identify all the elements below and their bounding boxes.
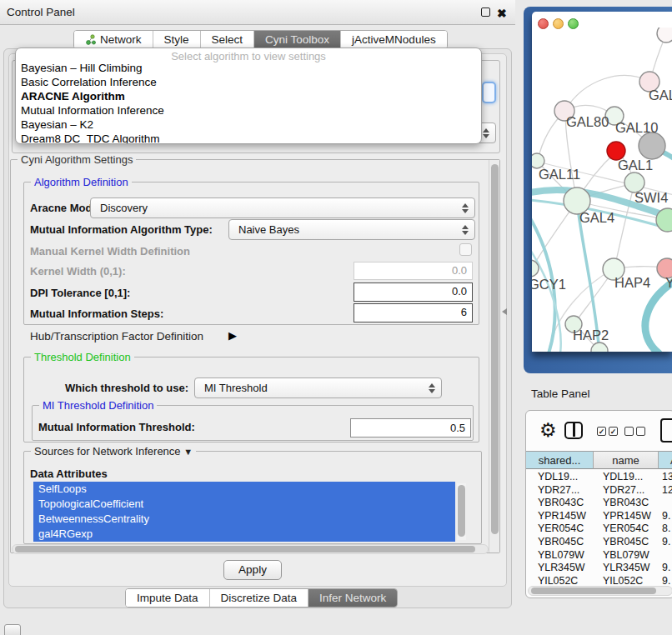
dpi-tolerance-field[interactable]: 0.0 <box>354 282 473 302</box>
table-row[interactable]: YPR145W YPR145W 9. <box>526 510 672 523</box>
cyni-bottom-tabs: Impute Data Discretize Data Infer Networ… <box>125 588 398 608</box>
table-row[interactable]: YBR043C YBR043C <box>526 497 672 510</box>
hub-definition-label: Hub/Transcription Factor Definition <box>30 330 203 342</box>
network-canvas[interactable]: GAL GAL80 GAL10 GAL1 GAL11 GAL4 SWI4 GCY… <box>532 28 672 352</box>
which-threshold-label: Which threshold to use: <box>65 382 188 394</box>
network-node[interactable] <box>591 342 608 352</box>
apply-button[interactable]: Apply <box>223 560 282 580</box>
combo-stepper-icon <box>462 203 469 213</box>
gear-icon[interactable]: ⚙ <box>539 419 557 442</box>
which-threshold-value: MI Threshold <box>204 378 268 398</box>
mi-steps-label: Mutual Information Steps: <box>30 308 163 320</box>
mi-type-value: Naive Bayes <box>238 220 299 239</box>
data-attributes-label: Data Attributes <box>30 468 108 480</box>
panel-splitter-handle[interactable] <box>502 308 507 315</box>
attribute-item[interactable]: gal4RGexp <box>33 527 455 542</box>
node-label-gal80: GAL80 <box>566 114 609 129</box>
network-tab-icon <box>85 34 96 45</box>
network-node[interactable] <box>657 28 672 42</box>
combo-stepper-icon <box>483 128 489 138</box>
algorithm-option[interactable]: Basic Correlation Inference <box>19 75 478 89</box>
settings-scroll-thumb[interactable] <box>491 164 499 534</box>
attributes-vertical-scrollbar[interactable] <box>457 483 466 540</box>
checked-checkbox-icon[interactable]: ✓ <box>597 427 606 436</box>
mi-type-combo[interactable]: Naive Bayes <box>228 219 475 240</box>
control-panel-tabs: Network Style Select Cyni Toolbox jActiv… <box>73 30 448 49</box>
tab-infer-network[interactable]: Infer Network <box>308 589 397 607</box>
table-row[interactable]: YLR345W YLR345W 9. <box>526 562 672 575</box>
app-root: Control Panel ✖ Network Style Select Cyn… <box>0 0 672 635</box>
mi-type-label: Mutual Information Algorithm Type: <box>30 223 213 236</box>
table-row[interactable]: YDR27... YDR27... 12 <box>526 484 672 498</box>
algorithm-definition-title: Algorithm Definition <box>31 176 132 188</box>
dpi-tolerance-label: DPI Tolerance [0,1]: <box>30 287 130 299</box>
which-threshold-combo[interactable]: MI Threshold <box>194 378 442 398</box>
mi-threshold-field[interactable]: 0.5 <box>350 418 471 438</box>
combo-stepper-icon <box>429 383 435 393</box>
settings-horizontal-scrollbar[interactable] <box>12 544 489 554</box>
manual-kernel-checkbox[interactable] <box>459 243 472 256</box>
bottom-corner-button[interactable] <box>4 624 21 635</box>
mi-threshold-group-title: MI Threshold Definition <box>39 399 157 412</box>
table-row[interactable]: YBL079W YBL079W <box>526 549 672 562</box>
checked-checkbox-icon[interactable]: ✓ <box>609 427 618 436</box>
sources-collapse-arrow-icon[interactable]: ▼ <box>183 447 193 457</box>
column-header-shared-name[interactable]: shared... <box>526 451 594 469</box>
mi-steps-field[interactable]: 6 <box>354 303 473 322</box>
table-row[interactable]: YBR045C YBR045C 9. <box>526 536 672 549</box>
table-panel: ⚙ ✓ ✓ shared... name A YDL19... YDL19...… <box>525 410 672 598</box>
node-label-gal1: GAL1 <box>618 158 653 172</box>
settings-hscroll-thumb[interactable] <box>15 546 475 552</box>
column-header-partial[interactable]: A <box>659 451 672 469</box>
column-view-icon[interactable] <box>564 422 583 439</box>
cyni-algorithm-settings-title: Cyni Algorithm Settings <box>18 153 136 166</box>
node-label-gal11: GAL11 <box>539 167 580 182</box>
algorithm-option[interactable]: Dream8 DC_TDC Algorithm <box>19 132 478 144</box>
kernel-width-label: Kernel Width (0,1): <box>30 265 126 278</box>
attribute-item[interactable]: SelfLoops <box>33 482 455 497</box>
kernel-width-field[interactable]: 0.0 <box>354 262 473 280</box>
attribute-item[interactable]: TopologicalCoefficient <box>33 497 455 512</box>
control-panel-title: Control Panel <box>7 6 75 18</box>
hub-expand-arrow-icon[interactable]: ▶ <box>228 329 237 342</box>
unchecked-checkbox-icon[interactable] <box>624 427 634 436</box>
algorithm-combo-focused-stepper[interactable] <box>482 82 496 103</box>
tab-discretize-data[interactable]: Discretize Data <box>210 589 309 607</box>
combo-stepper-icon <box>462 225 469 235</box>
algorithm-dropdown-popup: Select algorithm to view settings Bayesi… <box>15 48 482 144</box>
tab-select[interactable]: Select <box>201 31 255 48</box>
close-window-icon[interactable]: ✖ <box>497 8 507 18</box>
node-label-swi4: SWI4 <box>634 190 668 205</box>
attribute-item[interactable]: BetweennessCentrality <box>33 512 455 527</box>
algorithm-option[interactable]: Bayesian – Hill Climbing <box>19 61 478 75</box>
node-label: Y <box>665 275 672 290</box>
node-label-gcy1: GCY1 <box>532 277 566 292</box>
settings-vertical-scrollbar[interactable] <box>489 160 499 552</box>
mi-threshold-label: Mutual Information Threshold: <box>38 421 195 433</box>
tab-cyni-toolbox[interactable]: Cyni Toolbox <box>254 31 341 48</box>
tab-network[interactable]: Network <box>74 31 153 48</box>
tab-impute-data[interactable]: Impute Data <box>126 589 210 607</box>
algorithm-option-selected[interactable]: ARACNE Algorithm <box>19 89 478 103</box>
threshold-definition-title: Threshold Definition <box>31 351 134 363</box>
algorithm-option[interactable]: Mutual Information Inference <box>19 103 478 118</box>
node-label-gal10: GAL10 <box>615 120 658 135</box>
table-horizontal-scrollbar[interactable] <box>528 586 672 596</box>
document-icon[interactable] <box>660 418 672 442</box>
table-hscroll-thumb[interactable] <box>531 588 656 594</box>
aracne-mode-combo[interactable]: Discovery <box>90 198 475 218</box>
tab-jactivemnodules[interactable]: jActiveMNodules <box>341 31 447 48</box>
table-panel-title: Table Panel <box>531 388 590 400</box>
control-panel-titlebar: Control Panel ✖ <box>0 0 515 25</box>
attributes-scroll-thumb[interactable] <box>458 485 465 537</box>
float-window-icon[interactable] <box>481 8 490 17</box>
aracne-mode-value: Discovery <box>100 198 148 218</box>
algorithm-option[interactable]: Bayesian – K2 <box>19 118 478 132</box>
network-node-gray[interactable] <box>639 132 665 159</box>
table-row[interactable]: YDL19... YDL19... 13 <box>526 471 672 484</box>
table-row[interactable]: YER054C YER054C 8. <box>526 522 672 536</box>
unchecked-checkbox-icon[interactable] <box>636 427 645 436</box>
column-header-name[interactable]: name <box>594 451 659 469</box>
tab-network-label: Network <box>100 31 142 49</box>
tab-style[interactable]: Style <box>153 31 201 48</box>
